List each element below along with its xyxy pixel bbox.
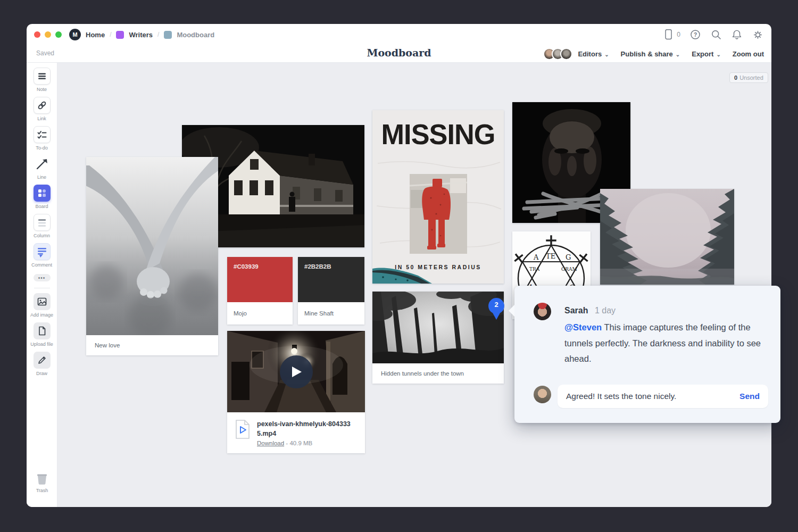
trash-icon xyxy=(35,472,49,486)
zoom-out-button[interactable]: Zoom out xyxy=(733,50,764,58)
avatar-steven xyxy=(534,386,551,403)
missing-poster-image[interactable]: MISSING IN 50 METERS RADIUS xyxy=(372,110,504,284)
search-icon xyxy=(710,29,722,40)
avatar xyxy=(560,48,572,60)
mobile-uploads-count: 0 xyxy=(677,31,680,38)
svg-text:MISSING: MISSING xyxy=(381,118,495,150)
unsorted-badge[interactable]: 0 Unsorted xyxy=(729,72,768,83)
image-caption: New love xyxy=(86,335,218,355)
breadcrumb-separator: / xyxy=(157,31,159,38)
breadcrumb-writers[interactable]: Writers xyxy=(129,31,153,39)
tool-board[interactable]: Board xyxy=(27,185,57,209)
video-file-meta: Download - 40.9 MB xyxy=(257,440,351,446)
notifications-button[interactable] xyxy=(731,28,743,41)
breadcrumb-moodboard[interactable]: Moodboard xyxy=(177,31,214,39)
todo-icon xyxy=(37,129,47,140)
phone-icon xyxy=(663,28,675,41)
play-icon xyxy=(290,365,302,378)
svg-text:IN 50 METERS RADIUS: IN 50 METERS RADIUS xyxy=(395,264,481,270)
color-name-label: Mine Shaft xyxy=(298,302,364,325)
svg-text:GRAM: GRAM xyxy=(561,267,577,272)
board-icon xyxy=(37,188,47,198)
color-hex-label: #C03939 xyxy=(227,257,293,276)
chevron-down-icon: ⌄ xyxy=(604,52,609,57)
close-window-button[interactable] xyxy=(34,31,40,38)
tunnels-image-card[interactable]: Hidden tunnels under the town xyxy=(372,292,504,384)
toolbar-actions: Editors⌄ Publish & share⌄ Export⌄ Zoom o… xyxy=(543,45,764,63)
tool-comment[interactable]: Comment xyxy=(27,243,57,268)
reply-input[interactable]: Agreed! It sets the tone nicely. Send xyxy=(558,385,768,408)
new-love-image-card[interactable]: New love xyxy=(86,157,218,355)
board-canvas[interactable]: 0 Unsorted xyxy=(57,63,771,507)
title-bar: M Home / Writers / Moodboard 0 ? xyxy=(27,24,771,45)
desktop-background: M Home / Writers / Moodboard 0 ? xyxy=(0,0,798,532)
tool-line[interactable]: Line xyxy=(27,155,57,180)
tool-draw[interactable]: Draw xyxy=(27,352,57,376)
more-tools-button[interactable]: ••• xyxy=(34,274,51,281)
editors-menu[interactable]: Editors⌄ xyxy=(578,50,609,58)
milanote-logo-icon[interactable]: M xyxy=(69,29,81,40)
svg-text:?: ? xyxy=(694,32,697,38)
file-size: 40.9 MB xyxy=(289,440,312,446)
download-link[interactable]: Download xyxy=(257,440,284,446)
comment-timestamp: 1 day xyxy=(595,306,616,315)
reply-draft-text[interactable]: Agreed! It sets the tone nicely. xyxy=(566,392,739,401)
popup-arrow xyxy=(509,305,514,317)
tool-column[interactable]: Column xyxy=(27,214,57,238)
color-swatch-block: #C03939 xyxy=(227,257,293,302)
video-thumbnail xyxy=(227,331,365,412)
upload-file-icon xyxy=(37,326,47,336)
svg-text:TE: TE xyxy=(546,252,555,260)
tool-upload-file[interactable]: Upload file xyxy=(27,322,57,347)
bell-icon xyxy=(731,28,743,41)
traffic-lights xyxy=(34,31,62,38)
video-card[interactable]: pexels-ivan-khmelyuk-8043335.mp4 Downloa… xyxy=(227,331,365,453)
comment-pin[interactable]: 2 xyxy=(488,298,504,321)
mobile-uploads-button[interactable]: 0 xyxy=(663,28,680,41)
minimize-window-button[interactable] xyxy=(45,31,51,38)
tool-todo[interactable]: To-do xyxy=(27,126,57,151)
color-name-label: Mojo xyxy=(227,302,293,325)
draw-pencil-icon xyxy=(37,355,47,365)
maximize-window-button[interactable] xyxy=(55,31,62,38)
help-button[interactable]: ? xyxy=(689,29,701,40)
comment-body: @Steven This image captures the feeling … xyxy=(564,320,768,367)
app-window: M Home / Writers / Moodboard 0 ? xyxy=(27,24,771,507)
line-arrow-icon xyxy=(35,157,49,171)
tools-sidebar: Note Link To-do Line Board Column Commen… xyxy=(27,63,57,507)
comment-count: 2 xyxy=(488,301,504,309)
color-swatch-card-mojo[interactable]: #C03939 Mojo xyxy=(227,257,293,325)
help-icon: ? xyxy=(689,29,701,40)
gear-icon xyxy=(752,29,764,41)
video-file-icon xyxy=(235,419,251,439)
publish-share-menu[interactable]: Publish & share⌄ xyxy=(621,50,680,58)
tool-link[interactable]: Link xyxy=(27,97,57,121)
export-menu[interactable]: Export⌄ xyxy=(692,50,721,58)
play-button[interactable] xyxy=(280,355,313,388)
writers-board-icon[interactable] xyxy=(116,31,124,39)
tool-note[interactable]: Note xyxy=(27,68,57,92)
mention-link[interactable]: @Steven xyxy=(564,322,602,332)
video-filename: pexels-ivan-khmelyuk-8043335.mp4 xyxy=(257,419,351,438)
settings-button[interactable] xyxy=(752,29,764,41)
search-button[interactable] xyxy=(710,29,722,40)
breadcrumb-home[interactable]: Home xyxy=(86,31,105,39)
image-caption: Hidden tunnels under the town xyxy=(372,363,504,384)
editor-avatars[interactable] xyxy=(543,48,572,60)
comment-header: Sarah 1 day xyxy=(564,306,616,315)
titlebar-actions: 0 ? xyxy=(663,28,764,41)
color-swatch-block: #2B2B2B xyxy=(298,257,364,302)
svg-text:G: G xyxy=(566,253,571,261)
svg-text:TRA: TRA xyxy=(529,267,540,272)
foggy-pines-image[interactable] xyxy=(600,189,734,285)
send-button[interactable]: Send xyxy=(739,392,760,401)
column-icon xyxy=(37,217,47,228)
color-swatch-card-mine-shaft[interactable]: #2B2B2B Mine Shaft xyxy=(298,257,364,325)
video-file-footer: pexels-ivan-khmelyuk-8043335.mp4 Downloa… xyxy=(227,412,365,453)
color-hex-label: #2B2B2B xyxy=(298,257,364,276)
tool-add-image[interactable]: Add image xyxy=(27,293,57,318)
trash-dropzone[interactable]: Trash xyxy=(27,472,57,493)
note-icon xyxy=(37,71,47,81)
moodboard-board-icon[interactable] xyxy=(164,31,172,39)
holding-hands-image xyxy=(86,157,218,335)
